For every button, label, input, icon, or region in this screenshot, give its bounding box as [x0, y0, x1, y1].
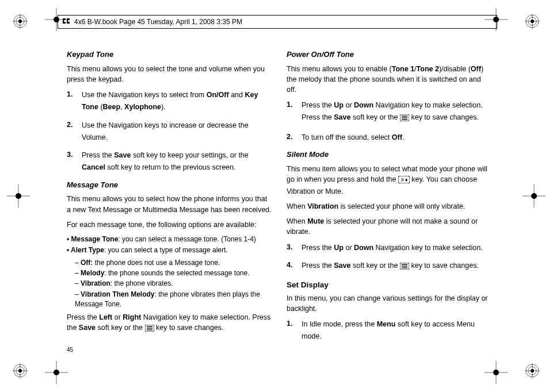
registration-mark-icon [525, 14, 540, 29]
svg-point-31 [493, 370, 499, 375]
heading-power-tone: Power On/Off Tone [287, 49, 491, 60]
list-item: 2.Use the Navigation keys to increase or… [67, 120, 272, 144]
menu-key-icon [400, 113, 409, 125]
heading-set-display: Set Display [287, 279, 491, 291]
display-steps: 1.In Idle mode, press the Menu soft key … [287, 318, 491, 343]
svg-point-37 [531, 193, 537, 199]
menu-key-icon [400, 262, 409, 274]
registration-mark-icon [525, 363, 540, 378]
heading-message-tone: Message Tone [67, 180, 272, 191]
crop-mark-icon [7, 185, 30, 207]
list-item: 1.Use the Navigation keys to select from… [67, 89, 272, 114]
list-item: 2.To turn off the sound, select Off. [287, 132, 491, 144]
left-column: Keypad Tone This menu allows you to sele… [67, 47, 272, 340]
svg-point-34 [16, 193, 21, 199]
message-intro1: This menu allows you to select how the p… [67, 194, 272, 214]
silent-vibration: When Vibration is selected your phone wi… [287, 201, 491, 212]
list-item: 3.Press the Save soft key to keep your s… [67, 149, 272, 174]
silent-steps: 3.Press the Up or Down Navigation key to… [287, 242, 491, 274]
list-item: 4.Press the Save soft key or the key to … [287, 260, 491, 274]
list-item: Vibration: the phone vibrates. [75, 279, 272, 289]
keypad-steps: 1.Use the Navigation keys to select from… [67, 89, 272, 174]
hash-key-icon: # [398, 176, 410, 186]
framemaker-icon [62, 17, 71, 26]
frame-header: 4x6 B-W.book Page 45 Tuesday, April 1, 2… [58, 15, 497, 29]
message-bullets: Message Tone: you can select a message t… [67, 235, 272, 256]
message-sub-items: Off: the phone does not use a Message to… [75, 258, 272, 310]
list-item: Vibration Then Melody: the phone vibrate… [75, 290, 272, 310]
list-item: Melody: the phone sounds the selected me… [75, 268, 272, 278]
list-item: Off: the phone does not use a Message to… [75, 258, 272, 268]
crop-mark-icon [45, 361, 68, 384]
list-item: Message Tone: you can select a message t… [67, 235, 272, 244]
power-intro: This menu allows you to enable (Tone 1/T… [287, 64, 491, 95]
list-item: Alert Type: you can select a type of mes… [67, 245, 272, 255]
list-item: 1.In Idle mode, press the Menu soft key … [287, 318, 491, 343]
frame-header-text: 4x6 B-W.book Page 45 Tuesday, April 1, 2… [74, 18, 242, 26]
right-column: Power On/Off Tone This menu allows you t… [287, 47, 491, 340]
svg-text:#: # [401, 177, 404, 183]
page-number: 45 [67, 347, 73, 353]
message-intro2: For each message tone, the following opt… [67, 220, 272, 230]
svg-point-28 [54, 370, 59, 375]
registration-mark-icon [13, 14, 28, 29]
silent-mute: When Mute is selected your phone will no… [287, 216, 491, 237]
registration-mark-icon [13, 363, 28, 378]
display-intro: In this menu, you can change various set… [287, 293, 491, 314]
menu-key-icon [145, 324, 154, 335]
message-outro: Press the Left or Right Navigation key t… [67, 312, 272, 335]
list-item: 3.Press the Up or Down Navigation key to… [287, 242, 491, 254]
crop-mark-icon [485, 361, 508, 384]
heading-keypad-tone: Keypad Tone [67, 49, 272, 60]
heading-silent-mode: Silent Mode [287, 149, 491, 160]
silent-intro: This menu item allows you to select what… [287, 164, 491, 197]
power-steps: 1.Press the Up or Down Navigation key to… [287, 99, 491, 144]
crop-mark-icon [523, 185, 546, 207]
keypad-intro: This menu allows you to select the tone … [67, 64, 272, 84]
list-item: 1.Press the Up or Down Navigation key to… [287, 99, 491, 126]
